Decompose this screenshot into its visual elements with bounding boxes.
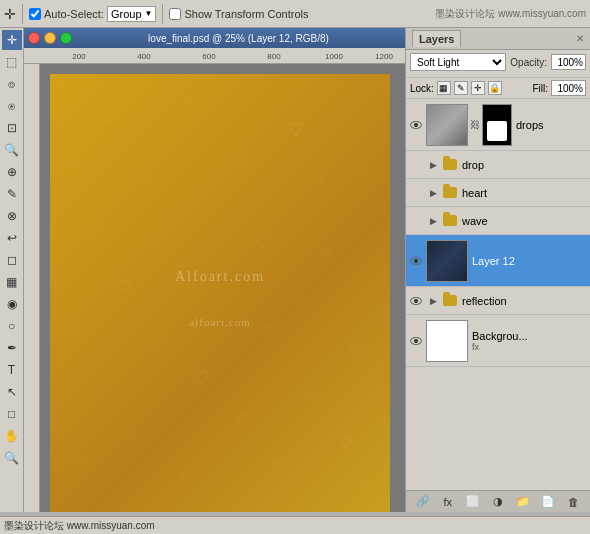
- shape-tool-btn[interactable]: □: [2, 404, 22, 424]
- layer-name-heart: heart: [462, 187, 588, 199]
- dodge-btn[interactable]: ○: [2, 316, 22, 336]
- layer-visibility-drop[interactable]: [408, 157, 424, 173]
- lock-label: Lock:: [410, 83, 434, 94]
- move-tool-btn[interactable]: ✛: [2, 30, 22, 50]
- layer-effects-bg: fx: [472, 342, 588, 352]
- eraser-btn[interactable]: ◻: [2, 250, 22, 270]
- layer-row[interactable]: ▶ heart: [406, 179, 590, 207]
- mask-img: [483, 105, 511, 145]
- eye-icon-layer12: [410, 257, 422, 265]
- lock-position-icon[interactable]: ✛: [471, 81, 485, 95]
- folder-icon-drop: [442, 157, 458, 173]
- folder-icon-wave: [442, 213, 458, 229]
- layer-visibility-reflection[interactable]: [408, 293, 424, 309]
- eye-pupil-layer12: [414, 259, 418, 263]
- layer-row[interactable]: ▶ reflection: [406, 287, 590, 315]
- layer-row[interactable]: ⛓ drops: [406, 99, 590, 151]
- move-tool-icon[interactable]: ✛: [4, 6, 16, 22]
- layer-row[interactable]: ▶ wave: [406, 207, 590, 235]
- canvas-watermark1: Alfoart.com: [175, 269, 265, 285]
- close-btn[interactable]: [28, 32, 40, 44]
- layer-name-layer12: Layer 12: [472, 255, 588, 267]
- layer-visibility-layer12[interactable]: [408, 253, 424, 269]
- zoom-tool-btn[interactable]: 🔍: [2, 448, 22, 468]
- eye-icon-reflection: [410, 297, 422, 305]
- ruler-top: 200 400 600 800 1000 1200: [24, 48, 405, 64]
- history-brush-btn[interactable]: ↩: [2, 228, 22, 248]
- hand-tool-btn[interactable]: ✋: [2, 426, 22, 446]
- main-area: ✛ ⬚ ⌾ ⍟ ⊡ 🔍 ⊕ ✎ ⊗ ↩ ◻ ▦ ◉ ○ ✒ T ↖ □ ✋ 🔍 …: [0, 28, 590, 512]
- fill-label: Fill:: [532, 83, 548, 94]
- layer-row-selected[interactable]: Layer 12: [406, 235, 590, 287]
- eyedropper-btn[interactable]: 🔍: [2, 140, 22, 160]
- lock-transparent-icon[interactable]: ▦: [437, 81, 451, 95]
- magic-wand-btn[interactable]: ⍟: [2, 96, 22, 116]
- new-layer-btn[interactable]: 📄: [537, 493, 559, 511]
- layer-visibility-bg[interactable]: [408, 333, 424, 349]
- eye-pupil: [414, 123, 418, 127]
- brush-tool-btn[interactable]: ✎: [2, 184, 22, 204]
- auto-select-checkbox[interactable]: [29, 8, 41, 20]
- new-group-btn[interactable]: 📁: [512, 493, 534, 511]
- layer-visibility-heart[interactable]: [408, 185, 424, 201]
- layer-visibility-drops[interactable]: [408, 117, 424, 133]
- ruler-left: [24, 64, 40, 512]
- canvas-area: love_final.psd @ 25% (Layer 12, RGB/8) 2…: [24, 28, 405, 512]
- ruler-num-600: 600: [202, 52, 215, 61]
- pen-tool-btn[interactable]: ✒: [2, 338, 22, 358]
- layers-list: ⛓ drops ▶ dr: [406, 99, 590, 490]
- layer-thumbnail-layer12: [426, 240, 468, 282]
- expand-wave[interactable]: ▶: [426, 214, 440, 228]
- group-label: Group: [111, 8, 142, 20]
- expand-reflection[interactable]: ▶: [426, 294, 440, 308]
- canvas-document: ♡ ♡ ♡ ♡ ♡ ♡ ♡ ♡ ♡ ♡ ♡ ♡ ♡ ♡ ♡: [50, 74, 390, 512]
- group-dropdown[interactable]: Group ▼: [107, 6, 157, 22]
- eye-icon: [410, 121, 422, 129]
- transform-checkbox[interactable]: [169, 8, 181, 20]
- gradient-btn[interactable]: ▦: [2, 272, 22, 292]
- ruler-num-800: 800: [267, 52, 280, 61]
- link-layers-btn[interactable]: 🔗: [412, 493, 434, 511]
- marquee-tool-btn[interactable]: ⬚: [2, 52, 22, 72]
- minimize-btn[interactable]: [44, 32, 56, 44]
- status-bar: 墨染设计论坛 www.missyuan.com: [0, 516, 590, 534]
- lock-pixels-icon[interactable]: ✎: [454, 81, 468, 95]
- layer-visibility-wave[interactable]: [408, 213, 424, 229]
- clone-stamp-btn[interactable]: ⊗: [2, 206, 22, 226]
- transform-label: Show Transform Controls: [184, 8, 308, 20]
- layer-thumbnail-bg: [426, 320, 468, 362]
- lasso-tool-btn[interactable]: ⌾: [2, 74, 22, 94]
- expand-heart[interactable]: ▶: [426, 186, 440, 200]
- fill-input[interactable]: [551, 80, 586, 96]
- layer-row[interactable]: Backgrou... fx: [406, 315, 590, 367]
- adjustment-layer-btn[interactable]: ◑: [487, 493, 509, 511]
- fx-btn[interactable]: fx: [437, 493, 459, 511]
- ruler-container: ♡ ♡ ♡ ♡ ♡ ♡ ♡ ♡ ♡ ♡ ♡ ♡ ♡ ♡ ♡: [24, 64, 405, 512]
- blur-btn[interactable]: ◉: [2, 294, 22, 314]
- expand-drop[interactable]: ▶: [426, 158, 440, 172]
- crop-tool-btn[interactable]: ⊡: [2, 118, 22, 138]
- delete-layer-btn[interactable]: 🗑: [562, 493, 584, 511]
- eye-pupil-bg: [414, 339, 418, 343]
- add-mask-btn[interactable]: ⬜: [462, 493, 484, 511]
- lock-all-icon[interactable]: 🔒: [488, 81, 502, 95]
- canvas-watermark2: alfoart.com: [189, 316, 250, 328]
- heal-brush-btn[interactable]: ⊕: [2, 162, 22, 182]
- blend-row: Soft Light Normal Multiply Screen Overla…: [410, 53, 586, 71]
- layer-row[interactable]: ▶ drop: [406, 151, 590, 179]
- toolbar-separator: [22, 4, 23, 24]
- panel-close-btn[interactable]: ✕: [576, 33, 584, 44]
- site-watermark: 墨染设计论坛 www.missyuan.com: [435, 7, 586, 21]
- blend-mode-select[interactable]: Soft Light Normal Multiply Screen Overla…: [410, 53, 506, 71]
- layer-info-layer12: Layer 12: [470, 255, 588, 267]
- transform-controls-group: Show Transform Controls: [169, 8, 308, 20]
- opacity-input[interactable]: [551, 54, 586, 70]
- layer-info-heart: heart: [460, 187, 588, 199]
- text-tool-btn[interactable]: T: [2, 360, 22, 380]
- ruler-num-1200: 1200: [375, 52, 393, 61]
- status-text: 墨染设计论坛 www.missyuan.com: [4, 519, 155, 533]
- maximize-btn[interactable]: [60, 32, 72, 44]
- layer-name-drop: drop: [462, 159, 588, 171]
- layers-tab[interactable]: Layers: [412, 30, 461, 47]
- path-select-btn[interactable]: ↖: [2, 382, 22, 402]
